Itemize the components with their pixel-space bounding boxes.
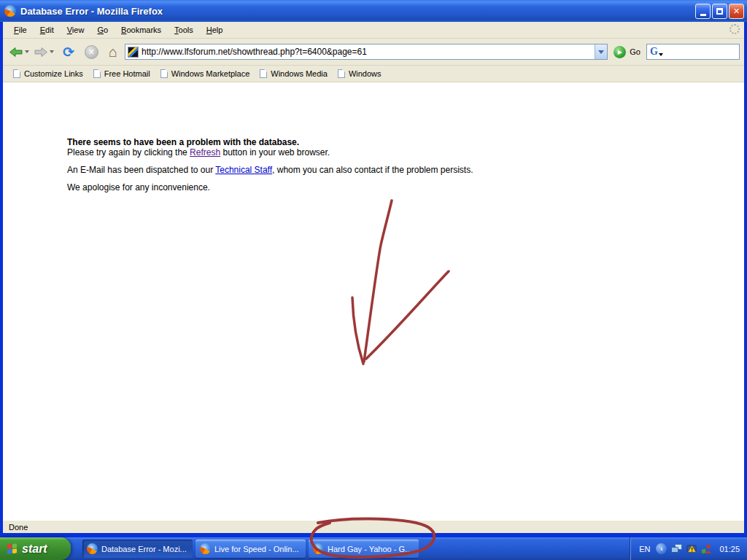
maximize-button[interactable] xyxy=(712,4,727,19)
url-bar[interactable] xyxy=(125,44,608,60)
language-indicator[interactable]: EN xyxy=(639,545,650,553)
bookmark-label: Windows Marketplace xyxy=(171,69,250,78)
go-icon: ▶ xyxy=(614,46,626,58)
back-dropdown-icon[interactable] xyxy=(25,50,29,53)
search-box[interactable]: G xyxy=(646,44,740,60)
close-button[interactable]: ✕ xyxy=(729,4,744,19)
search-input[interactable] xyxy=(663,47,747,57)
text: An E-Mail has been dispatched to our xyxy=(67,165,215,175)
bookmark-page-icon xyxy=(93,69,101,78)
status-bar: Done xyxy=(3,520,744,533)
menu-bookmarks[interactable]: Bookmarks xyxy=(115,23,168,36)
firefox-icon xyxy=(200,543,211,554)
error-line-email: An E-Mail has been dispatched to our Tec… xyxy=(67,166,473,175)
bookmark-windows-media[interactable]: Windows Media xyxy=(257,69,335,78)
menu-go[interactable]: Go xyxy=(90,23,115,36)
system-tray: EN ‹ 01:25 xyxy=(630,537,747,560)
window-title: Database Error - Mozilla Firefox xyxy=(20,6,694,17)
text: , whom you can also contact if the probl… xyxy=(272,165,473,175)
error-heading: There seems to have been a problem with … xyxy=(67,138,473,147)
window-body: File Edit View Go Bookmarks Tools Help xyxy=(0,22,747,537)
taskbar-button-database-error[interactable]: Database Error - Mozi... xyxy=(82,540,193,558)
hide-icons-chevron-icon[interactable]: ‹ xyxy=(656,543,667,554)
bookmark-page-icon xyxy=(260,69,267,78)
bookmark-page-icon xyxy=(338,69,345,78)
start-label: start xyxy=(22,542,47,556)
menu-edit[interactable]: Edit xyxy=(34,23,61,36)
text: Please try again by clicking the xyxy=(67,147,190,158)
taskbar: start Database Error - Mozi... Live for … xyxy=(0,537,747,560)
error-line-refresh: Please try again by clicking the Refresh… xyxy=(67,148,473,158)
menu-file[interactable]: File xyxy=(7,23,34,36)
firefox-icon xyxy=(87,543,98,554)
bookmark-free-hotmail[interactable]: Free Hotmail xyxy=(90,69,158,78)
clock: 01:25 xyxy=(719,545,740,553)
activity-throbber-icon xyxy=(729,24,740,34)
network-icon[interactable] xyxy=(671,544,682,553)
bookmark-page-icon xyxy=(13,69,20,78)
title-bar: Database Error - Mozilla Firefox ✕ xyxy=(0,0,747,22)
messenger-person-icon[interactable] xyxy=(702,544,712,553)
technical-staff-link[interactable]: Technical Staff xyxy=(215,165,272,175)
bookmark-windows[interactable]: Windows xyxy=(335,69,389,78)
menu-tools[interactable]: Tools xyxy=(168,23,200,36)
url-input[interactable] xyxy=(139,47,595,57)
site-favicon-icon xyxy=(128,47,139,58)
go-label: Go xyxy=(630,47,640,56)
firefox-icon xyxy=(313,543,324,554)
bookmark-label: Windows Media xyxy=(271,69,328,78)
refresh-link[interactable]: Refresh xyxy=(190,147,220,158)
bookmark-page-icon xyxy=(160,69,168,78)
bookmark-label: Windows xyxy=(349,69,382,78)
minimize-icon xyxy=(700,14,706,16)
taskbar-button-label: Database Error - Mozi... xyxy=(101,545,188,553)
back-button[interactable] xyxy=(9,46,29,58)
text: button in your web browser. xyxy=(220,147,330,158)
navigation-toolbar: ⟳ ✕ ⌂ ▶ Go G xyxy=(3,39,744,66)
reload-button[interactable]: ⟳ xyxy=(63,45,74,59)
back-arrow-icon xyxy=(9,46,23,58)
google-icon[interactable]: G xyxy=(650,46,658,58)
bookmark-windows-marketplace[interactable]: Windows Marketplace xyxy=(158,69,258,78)
go-button[interactable]: ▶ Go xyxy=(614,46,640,58)
maximize-icon xyxy=(716,8,723,15)
error-line-apology: We apologise for any inconvenience. xyxy=(67,183,473,192)
bookmarks-toolbar: Customize Links Free Hotmail Windows Mar… xyxy=(3,66,744,82)
menu-help[interactable]: Help xyxy=(200,23,230,36)
menu-view[interactable]: View xyxy=(61,23,91,36)
taskbar-button-hard-gay-yahoo[interactable]: Hard Gay - Yahoo - G... xyxy=(309,540,419,558)
taskbar-button-label: Hard Gay - Yahoo - G... xyxy=(328,545,414,553)
forward-dropdown-icon[interactable] xyxy=(50,50,54,53)
start-button[interactable]: start xyxy=(0,537,71,560)
bookmark-label: Customize Links xyxy=(24,69,83,78)
database-error-message: There seems to have been a problem with … xyxy=(67,138,473,192)
bookmark-customize-links[interactable]: Customize Links xyxy=(10,69,90,78)
bookmark-label: Free Hotmail xyxy=(104,69,150,78)
page-content: There seems to have been a problem with … xyxy=(3,82,744,520)
url-dropdown-button[interactable] xyxy=(595,44,607,59)
minimize-button[interactable] xyxy=(695,4,711,19)
taskbar-button-label: Live for Speed - Onlin... xyxy=(214,545,301,553)
security-alert-icon[interactable] xyxy=(686,544,697,553)
taskbar-button-live-for-speed[interactable]: Live for Speed - Onlin... xyxy=(196,540,306,558)
chevron-down-icon xyxy=(598,50,604,54)
taskbar-buttons: Database Error - Mozi... Live for Speed … xyxy=(82,540,630,558)
forward-arrow-icon xyxy=(34,46,48,58)
home-button[interactable]: ⌂ xyxy=(109,44,117,59)
status-text: Done xyxy=(9,523,28,532)
windows-logo-icon xyxy=(7,543,18,554)
browser-window: Database Error - Mozilla Firefox ✕ File … xyxy=(0,0,747,537)
stop-button[interactable]: ✕ xyxy=(85,45,98,59)
forward-button[interactable] xyxy=(34,46,54,58)
firefox-icon xyxy=(4,5,16,17)
menu-bar: File Edit View Go Bookmarks Tools Help xyxy=(3,22,744,39)
